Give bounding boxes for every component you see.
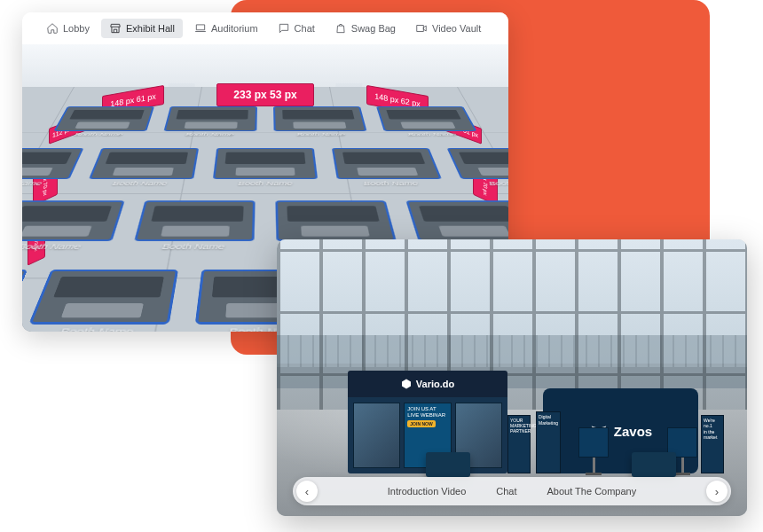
booth-label: Booth Name xyxy=(185,132,234,137)
nav-label: Exhibit Hall xyxy=(126,23,175,34)
nav-lobby[interactable]: Lobby xyxy=(38,19,98,38)
booth-label: Booth Name xyxy=(22,180,43,186)
chevron-right-icon: › xyxy=(715,485,719,498)
booth-detail-window: Vario.do JOIN US AT LIVE WEBINAR JOIN NO… xyxy=(277,239,747,516)
store-icon xyxy=(109,22,122,35)
nav-label: Lobby xyxy=(63,23,90,34)
chevron-left-icon: ‹ xyxy=(305,485,309,498)
rollup-text: We're no.1 xyxy=(704,418,721,428)
main-navbar: Lobby Exhibit Hall Auditorium Chat Swag … xyxy=(22,12,508,44)
bag-icon xyxy=(334,22,347,35)
booth-poster-photo xyxy=(353,403,400,468)
nav-video-vault[interactable]: Video Vault xyxy=(407,19,489,38)
rollup-text: YOUR MARKETING PARTNER xyxy=(510,418,528,434)
nav-swag-bag[interactable]: Swag Bag xyxy=(326,19,404,38)
booth[interactable]: Booth Name xyxy=(273,106,369,139)
rollup-banner-market: We're no.1 in the market xyxy=(701,415,724,473)
booth-label: Booth Name xyxy=(74,132,123,137)
booth-action-bar: ‹ Introduction Video Chat About The Comp… xyxy=(293,477,731,505)
poster-cta[interactable]: JOIN NOW xyxy=(407,420,435,427)
booth-brand: Zavos xyxy=(614,424,652,439)
rollup-text: Marketing xyxy=(539,420,558,426)
booth-desk xyxy=(426,452,470,477)
booth-brand-header: Vario.do xyxy=(348,371,507,397)
action-about-company[interactable]: About The Company xyxy=(547,486,637,497)
booth-brand: Vario.do xyxy=(416,379,454,389)
nav-auditorium[interactable]: Auditorium xyxy=(186,19,266,38)
booth-label: Booth Name xyxy=(238,180,292,186)
booth-desk xyxy=(632,452,676,477)
monitor-stand xyxy=(578,427,609,475)
next-booth-button[interactable]: › xyxy=(706,481,728,502)
booth-label: Booth Name xyxy=(407,132,457,137)
booth[interactable]: Booth Name xyxy=(212,148,319,189)
booth[interactable]: Booth Name xyxy=(447,148,508,189)
booth[interactable]: Booth Name xyxy=(130,200,255,254)
nav-label: Chat xyxy=(295,23,315,34)
home-icon xyxy=(46,22,59,35)
booth[interactable]: Booth Name xyxy=(49,106,154,139)
booth[interactable]: Booth Name xyxy=(376,106,482,139)
booth[interactable]: Booth Name xyxy=(332,148,446,189)
booth[interactable]: Booth Name xyxy=(22,270,178,332)
prev-booth-button[interactable]: ‹ xyxy=(296,481,318,502)
video-icon xyxy=(415,22,428,35)
nav-label: Swag Bag xyxy=(351,23,396,34)
rollup-text: in the market xyxy=(704,429,721,440)
banner-center[interactable]: 233 px 53 px xyxy=(216,83,314,106)
booth-label: Booth Name xyxy=(112,180,168,186)
booth-label: Booth Name xyxy=(161,243,224,251)
laptop-icon xyxy=(194,22,207,35)
booth[interactable]: Booth Name xyxy=(161,106,257,139)
action-chat[interactable]: Chat xyxy=(496,486,516,497)
booth[interactable]: Booth Name xyxy=(22,270,28,332)
booth-label: Booth Name xyxy=(363,180,419,186)
booth-label: Booth Name xyxy=(296,132,345,137)
monitor-screen xyxy=(578,427,609,458)
booth[interactable]: Booth Name xyxy=(22,148,83,189)
poster-line: LIVE WEBINAR xyxy=(407,412,447,418)
rollup-banner: YOUR MARKETING PARTNER xyxy=(507,415,531,473)
booth-label: Booth Name xyxy=(59,326,135,332)
nav-label: Video Vault xyxy=(432,23,481,34)
nav-label: Auditorium xyxy=(211,23,258,34)
nav-exhibit-hall[interactable]: Exhibit Hall xyxy=(101,19,183,38)
booth-label: Booth Name xyxy=(22,243,83,251)
booth[interactable]: Booth Name xyxy=(84,148,199,189)
poster-line: JOIN US AT xyxy=(407,406,447,411)
action-intro-video[interactable]: Introduction Video xyxy=(388,486,466,497)
rollup-text: Digital xyxy=(539,414,558,419)
booth-label: Booth Name xyxy=(487,180,508,186)
rollup-banner-digital: Digital Marketing xyxy=(536,411,561,473)
chat-icon xyxy=(278,22,290,35)
booth[interactable]: Booth Name xyxy=(22,200,125,254)
nav-chat[interactable]: Chat xyxy=(270,19,323,38)
